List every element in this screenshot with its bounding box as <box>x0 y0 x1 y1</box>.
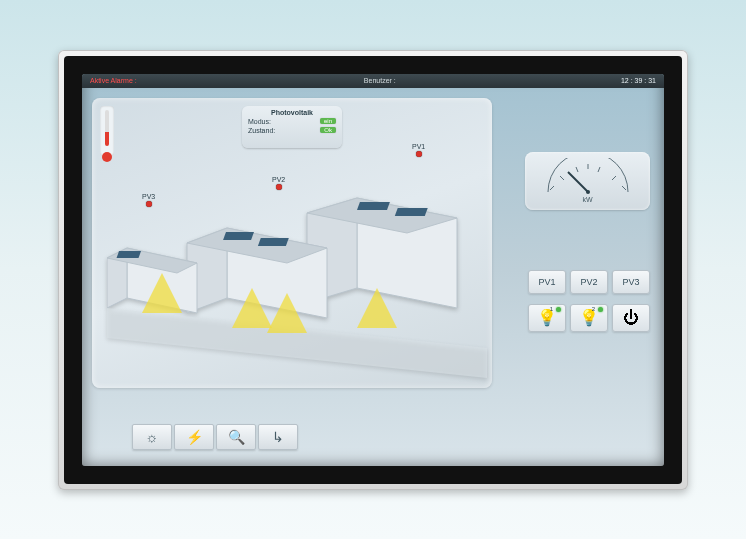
light-2-button[interactable]: 💡 2 <box>570 304 608 332</box>
building-area: PV1 PV2 PV3 <box>112 158 482 378</box>
pv2-label: PV2 <box>272 176 285 183</box>
svg-line-16 <box>560 176 564 180</box>
magnifier-icon: 🔍 <box>228 429 245 445</box>
svg-line-21 <box>622 186 626 190</box>
mode-row: Modus: ein <box>248 118 336 125</box>
light-button-row: 💡 1 💡 2 ⏻ <box>528 304 650 332</box>
svg-line-22 <box>568 172 588 192</box>
main-visual-panel[interactable]: Photovoltaik Modus: ein Zustand: Ok PV1 <box>92 98 492 388</box>
power-gauge-panel: kW <box>525 152 650 210</box>
pv1-button[interactable]: PV1 <box>528 270 566 294</box>
status-user: Benutzer : <box>364 77 396 84</box>
gauge-unit: kW <box>582 196 592 203</box>
light-2-led-icon <box>598 307 603 312</box>
status-clock: 12 : 39 : 31 <box>621 77 656 84</box>
bulb-icon: 💡 <box>579 308 599 327</box>
state-row: Zustand: Ok <box>248 127 336 134</box>
light-1-number: 1 <box>550 306 553 312</box>
svg-line-15 <box>550 186 554 190</box>
gauge-icon <box>538 158 638 194</box>
sun-button[interactable]: ☼ <box>132 424 172 450</box>
arrow-right-icon: ↳ <box>272 429 284 445</box>
mode-label: Modus: <box>248 118 271 125</box>
hmi-screen: Aktive Alarme : Benutzer : 12 : 39 : 31 … <box>82 74 664 466</box>
pv2-button[interactable]: PV2 <box>570 270 608 294</box>
svg-line-20 <box>612 176 616 180</box>
light-cone-2 <box>232 288 272 328</box>
device-inner: Aktive Alarme : Benutzer : 12 : 39 : 31 … <box>64 56 682 484</box>
status-alarms: Aktive Alarme : <box>90 77 139 84</box>
pv-button-row: PV1 PV2 PV3 <box>528 270 650 294</box>
navigate-button[interactable]: ↳ <box>258 424 298 450</box>
bulb-icon: 💡 <box>537 308 557 327</box>
state-label: Zustand: <box>248 127 275 134</box>
photovoltaic-status-panel: Photovoltaik Modus: ein Zustand: Ok <box>242 106 342 148</box>
energy-button[interactable]: ⚡ <box>174 424 214 450</box>
device-bezel: Aktive Alarme : Benutzer : 12 : 39 : 31 … <box>58 50 688 490</box>
light-2-number: 2 <box>592 306 595 312</box>
pv1-indicator-icon <box>416 151 422 157</box>
zoom-button[interactable]: 🔍 <box>216 424 256 450</box>
svg-point-23 <box>586 190 590 194</box>
svg-rect-9 <box>258 238 289 246</box>
power-button[interactable]: ⏻ <box>612 304 650 332</box>
pv1-label: PV1 <box>412 143 425 150</box>
svg-line-17 <box>576 167 578 172</box>
svg-rect-3 <box>357 202 390 210</box>
svg-rect-13 <box>117 251 142 258</box>
light-cone-3 <box>267 293 307 333</box>
sun-icon: ☼ <box>146 429 159 445</box>
light-1-led-icon <box>556 307 561 312</box>
pv1-marker[interactable]: PV1 <box>412 143 425 157</box>
panel-title: Photovoltaik <box>248 109 336 116</box>
pv3-button[interactable]: PV3 <box>612 270 650 294</box>
thermometer-icon <box>100 106 114 156</box>
light-cone-4 <box>357 288 397 328</box>
user-label: Benutzer : <box>364 77 396 84</box>
light-1-button[interactable]: 💡 1 <box>528 304 566 332</box>
svg-rect-8 <box>223 232 254 240</box>
svg-rect-4 <box>395 208 428 216</box>
bottom-toolbar: ☼ ⚡ 🔍 ↳ <box>132 424 298 450</box>
status-bar: Aktive Alarme : Benutzer : 12 : 39 : 31 <box>82 74 664 88</box>
alarm-label: Aktive Alarme : <box>90 77 137 84</box>
svg-line-19 <box>598 167 600 172</box>
power-icon: ⏻ <box>623 309 639 327</box>
mode-value: ein <box>320 118 336 124</box>
light-cone-1 <box>142 273 182 313</box>
bolt-icon: ⚡ <box>186 429 203 445</box>
state-value: Ok <box>320 127 336 133</box>
